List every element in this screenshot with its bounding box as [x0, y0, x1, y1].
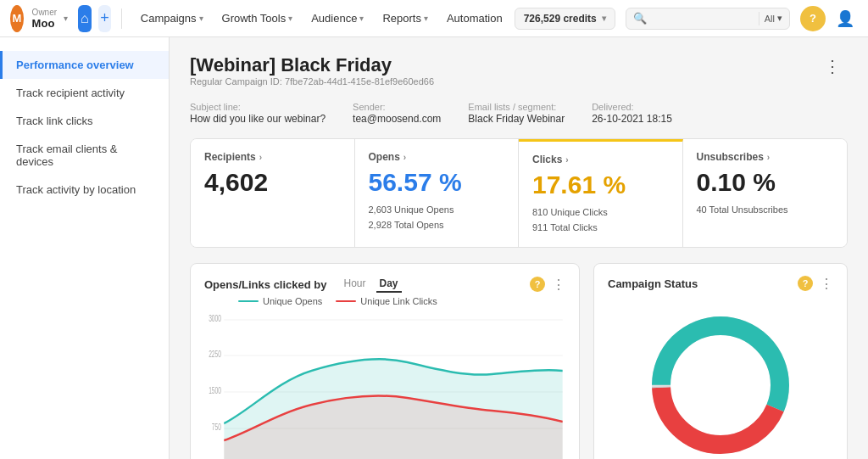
donut-chart [608, 300, 833, 459]
unsubscribes-card: Unsubscribes › 0.10 % 40 Total Unsubscri… [683, 139, 848, 247]
legend-unique-clicks: Unique Link Clicks [336, 296, 437, 306]
unsubscribes-sub: 40 Total Unsubscribes [697, 203, 834, 218]
page-header: [Webinar] Black Friday Regular Campaign … [190, 54, 848, 98]
avatar[interactable]: M [10, 5, 24, 32]
chart-svg: 3000 2250 1500 750 0 [204, 313, 565, 459]
sidebar: Performance overview Track recipient act… [0, 37, 170, 459]
search-separator [759, 12, 760, 25]
bottom-row: Opens/Links clicked by Hour Day ? ⋮ Uniq… [190, 263, 848, 459]
delivered-value: 26-10-2021 18:15 [592, 113, 672, 125]
reports-menu[interactable]: Reports ▾ [374, 7, 437, 30]
opens-header[interactable]: Opens › [369, 151, 505, 163]
clicks-sub: 810 Unique Clicks 911 Total Clicks [532, 205, 669, 235]
sidebar-item-location[interactable]: Track activity by location [0, 176, 169, 204]
recipients-value: 4,602 [204, 168, 341, 196]
search-input[interactable] [652, 13, 754, 25]
recipients-header[interactable]: Recipients › [204, 151, 341, 163]
sender-value: tea@moosend.com [353, 113, 441, 125]
owner-label: Owner [32, 8, 57, 17]
owner-chevron-icon[interactable]: ▾ [64, 14, 68, 23]
search-box: 🔍 All ▾ [626, 8, 790, 30]
home-button[interactable]: ⌂ [78, 5, 92, 32]
chart-help-icon[interactable]: ? [530, 277, 545, 292]
meta-bar: Subject line: How did you like our webin… [190, 102, 848, 125]
add-button[interactable]: + [98, 5, 112, 32]
list-label: Email lists / segment: [468, 102, 565, 112]
search-icon: 🔍 [633, 12, 647, 25]
unsubscribes-arrow-icon: › [767, 153, 770, 162]
profile-button[interactable]: 👤 [832, 6, 858, 31]
stats-row: Recipients › 4,602 Opens › 56.57 % 2,603… [190, 138, 848, 248]
donut-title: Campaign Status [608, 277, 698, 290]
chart-actions: ? ⋮ [530, 277, 565, 293]
svg-text:2250: 2250 [209, 350, 221, 360]
nav-menu: Campaigns ▾ Growth Tools ▾ Audience ▾ Re… [132, 7, 511, 30]
tab-day[interactable]: Day [376, 276, 402, 293]
donut-header: Campaign Status ? ⋮ [608, 276, 833, 292]
credits-display[interactable]: 726,529 credits ▾ [515, 8, 615, 30]
search-all-dropdown[interactable]: All ▾ [765, 13, 782, 24]
donut-svg [636, 300, 805, 459]
chart-legend: Unique Opens Unique Link Clicks [204, 296, 565, 306]
credits-chevron-icon: ▾ [602, 14, 606, 23]
recipients-card: Recipients › 4,602 [191, 139, 355, 247]
campaigns-menu[interactable]: Campaigns ▾ [132, 7, 212, 30]
opens-sub: 2,603 Unique Opens 2,928 Total Opens [369, 203, 505, 232]
recipients-arrow-icon: › [259, 153, 262, 162]
chart-card: Opens/Links clicked by Hour Day ? ⋮ Uniq… [190, 263, 580, 459]
clicks-card: Clicks › 17.61 % 810 Unique Clicks 911 T… [519, 139, 683, 247]
page-title-section: [Webinar] Black Friday Regular Campaign … [190, 54, 434, 98]
sidebar-item-performance[interactable]: Performance overview [0, 51, 169, 79]
opens-value: 56.57 % [369, 168, 505, 196]
donut-card: Campaign Status ? ⋮ [593, 263, 848, 459]
owner-info: Owner Moo [32, 8, 57, 30]
delivered-label: Delivered: [592, 102, 672, 112]
chart-more-icon[interactable]: ⋮ [552, 277, 565, 293]
main-layout: Performance overview Track recipient act… [0, 37, 868, 459]
subject-value: How did you like our webinar? [190, 113, 326, 125]
sidebar-item-recipient-activity[interactable]: Track recipient activity [0, 79, 169, 107]
svg-text:3000: 3000 [209, 314, 221, 324]
delivered-meta: Delivered: 26-10-2021 18:15 [592, 102, 672, 125]
owner-name: Moo [32, 17, 57, 30]
unsubscribes-header[interactable]: Unsubscribes › [697, 151, 834, 163]
sender-label: Sender: [353, 102, 441, 112]
list-meta: Email lists / segment: Black Friday Webi… [468, 102, 565, 125]
donut-actions: ? ⋮ [798, 276, 833, 292]
clicks-value: 17.61 % [532, 171, 669, 199]
svg-text:1500: 1500 [209, 386, 221, 396]
red-legend-dot [336, 300, 356, 302]
audience-chevron-icon: ▾ [359, 14, 364, 23]
search-all-chevron-icon: ▾ [777, 13, 782, 24]
clicks-header[interactable]: Clicks › [532, 154, 669, 165]
subject-label: Subject line: [190, 102, 326, 112]
chart-tabs: Hour Day [341, 276, 402, 293]
top-navigation: M Owner Moo ▾ ⌂ + Campaigns ▾ Growth Too… [0, 0, 868, 37]
opens-arrow-icon: › [403, 153, 406, 162]
subject-meta: Subject line: How did you like our webin… [190, 102, 326, 125]
growth-tools-menu[interactable]: Growth Tools ▾ [214, 7, 302, 30]
tab-hour[interactable]: Hour [341, 276, 370, 293]
sender-meta: Sender: tea@moosend.com [353, 102, 441, 125]
campaigns-chevron-icon: ▾ [199, 14, 203, 23]
donut-more-icon[interactable]: ⋮ [820, 276, 833, 292]
help-button[interactable]: ? [800, 6, 826, 31]
growth-tools-chevron-icon: ▾ [288, 14, 292, 23]
automation-menu[interactable]: Automation [438, 7, 511, 30]
chart-header: Opens/Links clicked by Hour Day ? ⋮ [204, 276, 565, 293]
opens-card: Opens › 56.57 % 2,603 Unique Opens 2,928… [355, 139, 520, 247]
campaign-id: Regular Campaign ID: 7fbe72ab-44d1-415e-… [190, 76, 434, 87]
chart-title: Opens/Links clicked by [204, 278, 327, 291]
svg-text:750: 750 [212, 423, 221, 433]
credits-value: 726,529 credits [524, 13, 597, 25]
teal-legend-dot [238, 300, 259, 302]
sidebar-item-email-clients[interactable]: Track email clients & devices [0, 135, 169, 176]
donut-help-icon[interactable]: ? [798, 276, 813, 291]
more-options-button[interactable]: ⋮ [817, 54, 848, 78]
audience-menu[interactable]: Audience ▾ [303, 7, 372, 30]
nav-action-icons: ? 👤 [800, 6, 858, 31]
legend-unique-opens: Unique Opens [238, 296, 322, 306]
chart-area: 3000 2250 1500 750 0 [204, 313, 565, 459]
unsubscribes-value: 0.10 % [697, 168, 834, 196]
sidebar-item-link-clicks[interactable]: Track link clicks [0, 107, 169, 135]
